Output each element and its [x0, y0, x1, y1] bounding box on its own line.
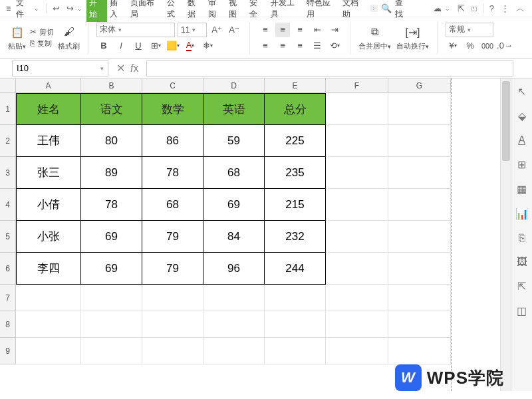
share-icon[interactable]: ⇱ — [458, 3, 465, 13]
cell[interactable]: 69 — [81, 221, 142, 253]
distribute-icon[interactable]: ☰ — [310, 39, 325, 53]
menu-hamburger-icon[interactable]: ≡ — [4, 4, 13, 13]
row-header-6[interactable]: 6 — [0, 253, 16, 285]
row-header-5[interactable]: 5 — [0, 221, 16, 253]
phonetic-button[interactable]: ❄▾ — [200, 39, 215, 53]
cell[interactable]: 英语 — [203, 93, 265, 125]
cell[interactable] — [326, 93, 388, 125]
cell[interactable] — [81, 311, 142, 338]
cell[interactable] — [326, 189, 388, 221]
cut-icon[interactable]: ✂ — [30, 27, 37, 37]
merge-cells-icon[interactable]: ⧉ — [367, 24, 383, 40]
fx-icon[interactable]: fx — [130, 63, 138, 74]
row-header-4[interactable]: 4 — [0, 189, 16, 221]
cell[interactable]: 84 — [203, 221, 265, 253]
borders-button[interactable]: ⊞▾ — [148, 39, 163, 53]
align-top-icon[interactable]: ≡ — [258, 23, 273, 37]
row-header-3[interactable]: 3 — [0, 157, 16, 189]
wrap-label[interactable]: 自动换行 — [396, 42, 426, 50]
cell[interactable] — [388, 93, 451, 125]
cell[interactable]: 总分 — [265, 93, 326, 125]
spreadsheet-grid[interactable]: ABCDEFG 123456789 姓名语文数学英语总分王伟808659225张… — [0, 78, 500, 391]
cell[interactable] — [203, 311, 265, 338]
row-header-7[interactable]: 7 — [0, 285, 16, 311]
increase-decimal-icon[interactable]: .0→ — [497, 39, 512, 53]
align-bottom-icon[interactable]: ≡ — [293, 23, 307, 37]
cell[interactable]: 68 — [142, 189, 203, 221]
format-painter-icon[interactable]: 🖌 — [61, 24, 77, 40]
search-label[interactable]: 查找 — [395, 0, 410, 20]
cell[interactable]: 68 — [203, 157, 265, 189]
align-left-icon[interactable]: ≡ — [258, 39, 273, 53]
cell[interactable]: 244 — [265, 253, 326, 285]
cell[interactable] — [265, 285, 326, 311]
select-all-corner[interactable] — [0, 78, 16, 93]
formula-input[interactable] — [146, 61, 513, 76]
cell[interactable] — [16, 285, 81, 311]
cursor-tool-icon[interactable]: ↖ — [517, 85, 526, 98]
cell[interactable]: 78 — [81, 189, 142, 221]
cell[interactable] — [326, 338, 388, 364]
row-header-1[interactable]: 1 — [0, 93, 16, 125]
align-right-icon[interactable]: ≡ — [293, 39, 307, 53]
indent-decrease-icon[interactable]: ⇤ — [310, 23, 325, 37]
cell[interactable]: 数学 — [142, 93, 203, 125]
history-dropdown-icon[interactable]: ⌄ — [77, 5, 82, 12]
row-header-9[interactable]: 9 — [0, 338, 16, 364]
vertical-scrollbar[interactable] — [500, 78, 511, 391]
cell[interactable] — [388, 125, 451, 157]
file-menu[interactable]: 文件 — [16, 0, 31, 20]
cut-label[interactable]: 剪切 — [39, 27, 54, 37]
cloud-icon[interactable]: ☁ — [433, 3, 442, 13]
cell[interactable] — [203, 285, 265, 311]
wrap-text-icon[interactable]: [⇥] — [405, 24, 421, 40]
cell[interactable]: 232 — [265, 221, 326, 253]
forward-icon[interactable]: ↪ — [66, 3, 74, 13]
tab-overflow-icon[interactable]: › — [370, 5, 377, 12]
cell[interactable] — [326, 311, 388, 338]
cell[interactable]: 59 — [203, 125, 265, 157]
cell[interactable] — [388, 253, 451, 285]
cell[interactable] — [16, 338, 81, 364]
cell[interactable] — [326, 125, 388, 157]
col-header-F[interactable]: F — [326, 78, 388, 93]
cancel-fx-icon[interactable]: ✕ — [116, 62, 125, 74]
cell[interactable]: 69 — [81, 253, 142, 285]
cell[interactable]: 小倩 — [16, 189, 81, 221]
increase-font-icon[interactable]: A⁺ — [209, 23, 224, 37]
cell[interactable] — [265, 338, 326, 364]
scrollbar-thumb[interactable] — [502, 81, 510, 161]
font-size-select[interactable]: 11▾ — [178, 23, 207, 37]
cell[interactable]: 小张 — [16, 221, 81, 253]
col-header-G[interactable]: G — [388, 78, 451, 93]
cell[interactable] — [388, 285, 451, 311]
cell[interactable] — [388, 189, 451, 221]
cell[interactable] — [142, 311, 203, 338]
cell[interactable]: 张三 — [16, 157, 81, 189]
number-format-select[interactable]: 常规▾ — [446, 23, 493, 37]
cell[interactable] — [203, 338, 265, 364]
percent-icon[interactable]: % — [463, 39, 477, 53]
merge-label[interactable]: 合并居中 — [358, 42, 388, 50]
align-middle-icon[interactable]: ≡ — [275, 23, 290, 37]
copy-label[interactable]: 复制 — [37, 39, 52, 49]
cell[interactable] — [81, 285, 142, 311]
cell[interactable]: 69 — [203, 189, 265, 221]
cell[interactable]: 225 — [265, 125, 326, 157]
col-header-A[interactable]: A — [16, 78, 81, 93]
font-color-button[interactable]: A▾ — [183, 39, 198, 53]
decrease-font-icon[interactable]: A⁻ — [227, 23, 241, 37]
backup-tool-icon[interactable]: ◫ — [517, 305, 527, 317]
cell[interactable]: 89 — [81, 157, 142, 189]
font-name-select[interactable]: 宋体▾ — [96, 23, 175, 37]
cell[interactable] — [81, 338, 142, 364]
cell[interactable]: 语文 — [81, 93, 142, 125]
cell[interactable] — [326, 157, 388, 189]
cell[interactable] — [142, 338, 203, 364]
cell[interactable]: 李四 — [16, 253, 81, 285]
export-icon[interactable]: ⏍ — [471, 3, 477, 13]
align-center-icon[interactable]: ≡ — [275, 39, 290, 53]
cell[interactable]: 86 — [142, 125, 203, 157]
back-icon[interactable]: ↩ — [53, 3, 60, 13]
format-tool-icon[interactable]: A — [518, 134, 525, 146]
